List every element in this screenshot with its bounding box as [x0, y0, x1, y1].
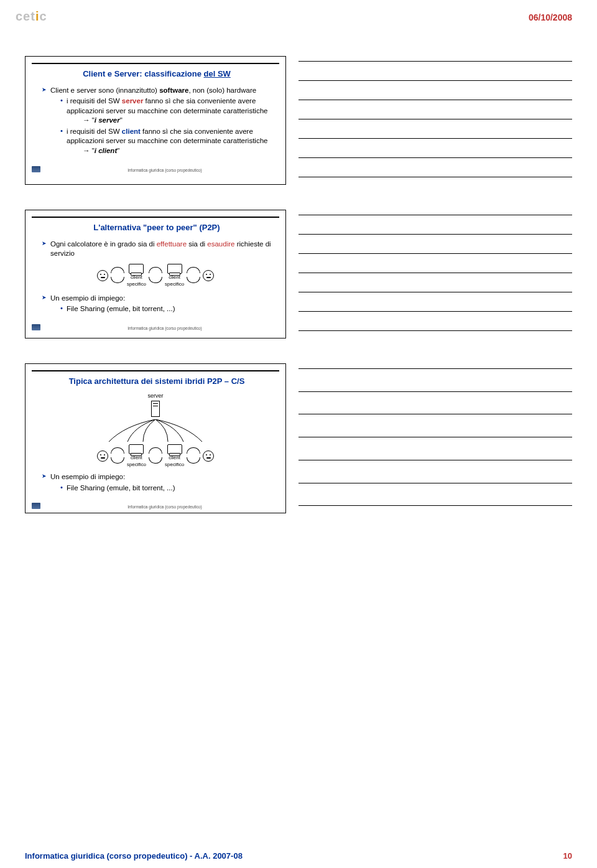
server-icon — [151, 401, 160, 417]
slide-3-footer: Informatica giuridica (corso propedeutic… — [50, 505, 279, 509]
slide-1-title: Client e Server: classificazione del SW — [34, 69, 279, 80]
slide-footer-logo-icon — [32, 324, 40, 330]
slide-1-footer: Informatica giuridica (corso propedeutic… — [50, 168, 279, 172]
p2p-diagram: client specifico client specifico — [38, 264, 273, 287]
slide-1-bullet: Client e server sono (innanzitutto) soft… — [42, 86, 273, 156]
slide-row-2: L'alternativa "peer to peer" (P2P) Ogni … — [25, 210, 572, 338]
slide-2-footer: Informatica giuridica (corso propedeutic… — [50, 326, 279, 330]
slide-1-sub2: i requisiti del SW client fanno sì che s… — [60, 127, 273, 156]
computer-icon — [167, 444, 182, 454]
slide-2-bullet2: Un esempio di impiego: File Sharing (emu… — [42, 294, 273, 314]
notes-3 — [298, 363, 572, 513]
slide-2-bullet1: Ogni calcolatore è in grado sia di effet… — [42, 240, 273, 259]
slide-3-title: Tipica architettura dei sistemi ibridi P… — [34, 376, 279, 387]
header-date: 06/10/2008 — [529, 12, 572, 22]
user-icon — [97, 450, 108, 462]
computer-icon — [129, 264, 144, 274]
page-footer: Informatica giuridica (corso propedeutic… — [25, 851, 572, 861]
footer-left: Informatica giuridica (corso propedeutic… — [25, 851, 243, 861]
slide-3-bullet: Un esempio di impiego: File Sharing (emu… — [42, 472, 273, 493]
slide-1-sub1: i requisiti del SW server fanno sì che s… — [60, 96, 273, 126]
computer-icon — [167, 264, 182, 274]
user-icon — [203, 450, 214, 462]
slide-2: L'alternativa "peer to peer" (P2P) Ogni … — [25, 210, 286, 338]
slide-3: Tipica architettura dei sistemi ibridi P… — [25, 363, 286, 513]
slide-3-sub: File Sharing (emule, bit torrent, ...) — [60, 483, 273, 493]
slide-footer-logo-icon — [32, 503, 40, 509]
user-icon — [97, 270, 108, 281]
computer-icon — [129, 444, 144, 454]
slide-row-3: Tipica architettura dei sistemi ibridi P… — [25, 363, 572, 513]
brand-logo: cetic — [16, 9, 47, 24]
hybrid-diagram: server — [38, 393, 273, 467]
notes-1 — [298, 56, 572, 185]
slide-2-title: L'alternativa "peer to peer" (P2P) — [34, 223, 279, 233]
user-icon — [203, 270, 214, 281]
slide-2-sub: File Sharing (emule, bit torrent, ...) — [60, 304, 273, 314]
notes-2 — [298, 210, 572, 338]
slide-row-1: Client e Server: classificazione del SW … — [25, 56, 572, 185]
slide-1: Client e Server: classificazione del SW … — [25, 56, 286, 185]
slide-footer-logo-icon — [32, 166, 40, 172]
footer-page-number: 10 — [563, 851, 572, 861]
